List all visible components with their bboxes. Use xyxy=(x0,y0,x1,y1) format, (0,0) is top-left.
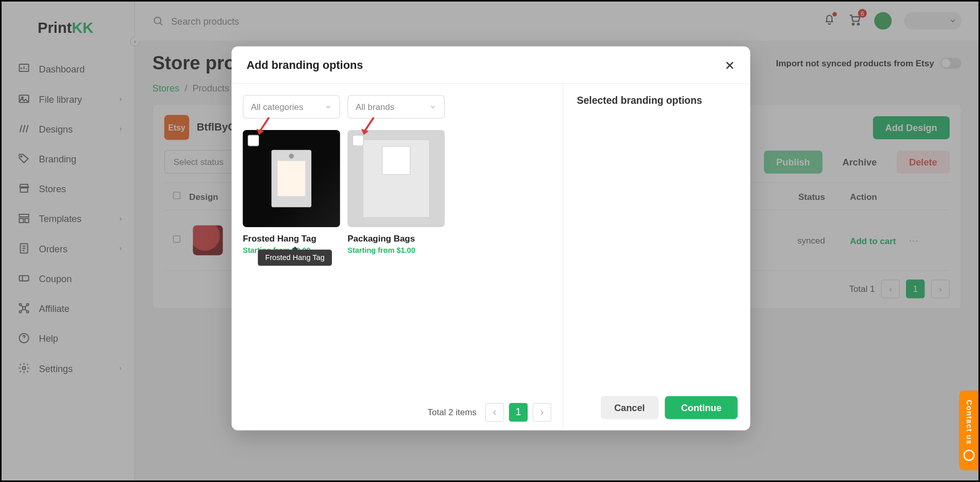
categories-dropdown-label: All categories xyxy=(251,102,303,112)
chevron-down-icon xyxy=(429,103,437,111)
add-branding-modal: Add branding options ✕ All categories Al… xyxy=(232,46,750,430)
modal-footer: Cancel Continue xyxy=(600,396,737,419)
product-name-2: Packaging Bags xyxy=(347,233,445,243)
product-price-2: Starting from $1.00 xyxy=(347,246,445,254)
annotation-arrow-1 xyxy=(255,116,273,137)
product-tooltip: Frosted Hang Tag xyxy=(258,250,332,266)
modal-left-pane: All categories All brands Froste xyxy=(232,84,563,430)
total-items: Total 2 items xyxy=(428,407,476,417)
product-name-1: Frosted Hang Tag xyxy=(243,233,340,243)
modal-header: Add branding options ✕ xyxy=(232,46,750,84)
close-icon[interactable]: ✕ xyxy=(725,59,735,71)
cancel-button[interactable]: Cancel xyxy=(600,396,658,419)
chat-bubble-icon xyxy=(964,450,975,461)
modal-page-1[interactable]: 1 xyxy=(509,403,527,421)
product-card-1[interactable]: Frosted Hang Tag Starting from $0.00 Fro… xyxy=(243,130,340,255)
modal-filters: All categories All brands xyxy=(232,84,563,119)
contact-us-tab[interactable]: Contact us xyxy=(959,391,979,470)
modal-body: All categories All brands Froste xyxy=(232,84,750,430)
modal-title: Add branding options xyxy=(247,59,363,72)
modal-prev-page[interactable]: ‹ xyxy=(485,403,504,421)
product-image-2 xyxy=(347,130,445,227)
categories-dropdown[interactable]: All categories xyxy=(243,95,340,119)
chevron-down-icon xyxy=(324,103,332,111)
products-grid: Frosted Hang Tag Starting from $0.00 Fro… xyxy=(232,119,563,266)
annotation-arrow-2 xyxy=(360,116,377,137)
continue-button[interactable]: Continue xyxy=(665,396,738,419)
brands-dropdown-label: All brands xyxy=(356,102,395,112)
contact-us-label: Contact us xyxy=(965,400,973,444)
selected-options-title: Selected branding options xyxy=(577,95,737,106)
brands-dropdown[interactable]: All brands xyxy=(347,95,445,119)
product-image-1 xyxy=(243,130,340,227)
modal-next-page[interactable]: › xyxy=(532,403,551,421)
modal-right-pane: Selected branding options xyxy=(563,84,750,430)
modal-left-footer: Total 2 items ‹ 1 › xyxy=(232,394,563,430)
product-card-2[interactable]: Packaging Bags Starting from $1.00 xyxy=(347,130,445,255)
